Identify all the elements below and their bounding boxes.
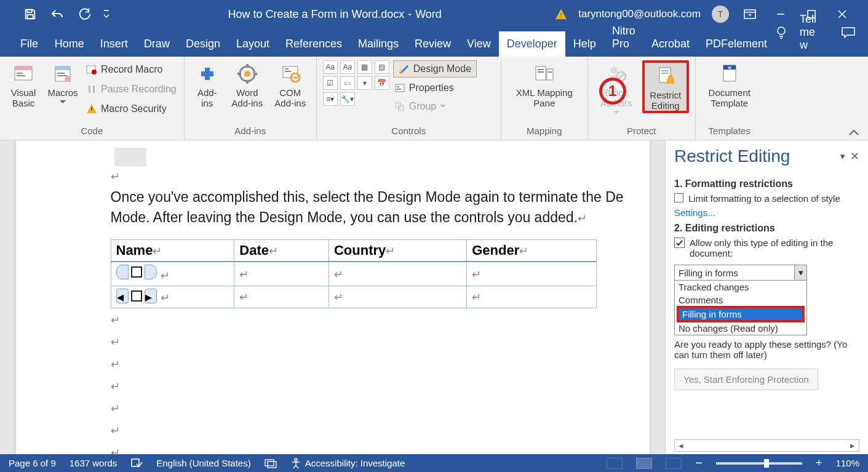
tab-acrobat[interactable]: Acrobat [643,31,698,57]
checkbox-content-control[interactable]: ◂▸ [116,289,157,303]
restrict-editing-button[interactable]: Restrict Editing [642,60,689,113]
document-filename: How to Create a Form in Word.docx [228,8,404,21]
qat-dropdown-icon[interactable] [98,6,114,22]
table-row: ◂▸ ↵ ↵↵↵ [111,286,596,308]
option-tracked-changes[interactable]: Tracked changes [675,281,806,294]
group-controls-button: Group [393,98,477,114]
option-comments[interactable]: Comments [675,294,806,306]
status-accessibility[interactable]: Accessibility: Investigate [290,458,405,469]
read-mode-icon[interactable] [607,458,623,469]
formatting-restrictions-heading: 1. Formatting restrictions [674,178,859,190]
tab-design[interactable]: Design [178,31,228,57]
pane-close-icon[interactable]: ✕ [850,150,859,163]
record-macro-button[interactable]: Record Macro [85,62,178,78]
option-filling-in-forms[interactable]: Filling in forms [679,308,803,321]
svg-rect-45 [536,66,546,80]
redo-icon[interactable] [76,6,92,22]
macros-button[interactable]: Macros [44,60,81,104]
svg-rect-16 [17,73,23,74]
web-layout-icon[interactable] [666,458,682,469]
svg-rect-26 [93,86,95,93]
comments-icon[interactable] [841,26,856,39]
group-mapping: XML Mapping Pane Mapping [501,57,588,140]
svg-rect-30 [246,64,249,68]
svg-point-22 [65,76,71,82]
svg-rect-1 [27,15,33,18]
svg-rect-46 [538,69,544,70]
design-mode-button[interactable]: Design Mode [393,60,477,78]
chevron-down-icon[interactable]: ▾ [794,265,806,280]
svg-rect-15 [15,66,32,70]
save-icon[interactable] [22,6,38,22]
body-paragraph: Once you've accomplished this, select th… [111,187,646,228]
tab-mailings[interactable]: Mailings [350,31,407,57]
addins-button[interactable]: Add- ins [191,60,224,108]
group-controls: AaAa▦▤ ☑▭▾📅 ≡▾🔧▾ Design Mode Properties … [317,57,501,140]
spellcheck-icon[interactable] [130,458,143,469]
visual-basic-button[interactable]: Visual Basic [6,60,41,108]
macro-security-button[interactable]: Macro Security [85,101,178,117]
tab-draw[interactable]: Draw [136,31,178,57]
limit-formatting-checkbox[interactable]: Limit formatting to a selection of style [674,193,859,204]
svg-rect-27 [91,107,92,110]
document-area[interactable]: ↵ Once you've accomplished this, select … [0,140,665,454]
svg-rect-3 [560,13,562,16]
account-avatar[interactable]: T [712,6,729,23]
content-controls-gallery[interactable]: AaAa▦▤ ☑▭▾📅 ≡▾🔧▾ [323,60,389,106]
svg-rect-32 [237,73,241,75]
tab-home[interactable]: Home [47,31,92,57]
print-layout-icon[interactable] [636,458,652,469]
svg-line-52 [618,73,624,79]
tab-view[interactable]: View [459,31,499,57]
tab-review[interactable]: Review [407,31,459,57]
window-title: How to Create a Form in Word.docx - Word [114,8,555,21]
ribbon-display-icon[interactable] [740,4,760,24]
tab-insert[interactable]: Insert [92,31,136,57]
document-template-button[interactable]: W Document Template [702,60,757,108]
zoom-in-icon[interactable]: + [816,457,822,470]
word-addins-button[interactable]: Word Add-ins [228,60,267,108]
status-language[interactable]: English (United States) [156,458,250,468]
display-settings-icon[interactable] [265,458,277,468]
option-no-changes[interactable]: No changes (Read only) [675,322,806,335]
allow-only-checkbox[interactable]: Allow only this type of editing in the d… [674,238,859,258]
tab-help[interactable]: Help [565,31,604,57]
pane-hscrollbar[interactable]: ◂▸ [674,439,859,452]
properties-button[interactable]: Properties [393,80,477,96]
tab-pdfelement[interactable]: PDFelement [698,31,775,57]
th-date: Date↵ [234,239,329,262]
svg-rect-56 [667,79,674,84]
zoom-level[interactable]: 110% [836,458,859,468]
zoom-slider[interactable] [716,462,802,465]
status-word-count[interactable]: 1637 words [70,458,117,468]
group-protect: 1 Block Authors Restrict Editing Protect [588,57,696,140]
svg-rect-47 [538,71,544,73]
collapse-ribbon-icon[interactable] [848,129,859,136]
group-label-addins: Add-ins [191,124,310,138]
svg-rect-25 [89,86,90,93]
paragraph-mark: ↵ [111,402,650,415]
svg-point-63 [295,458,297,461]
tab-developer[interactable]: Developer [499,31,565,57]
svg-rect-35 [285,68,289,70]
tell-me-input[interactable]: Tell me w [800,13,816,52]
tab-references[interactable]: References [277,31,350,57]
pane-menu-icon[interactable]: ▾ [835,151,850,162]
start-enforcing-button[interactable]: Yes, Start Enforcing Protection [674,369,818,390]
zoom-out-icon[interactable]: − [695,456,703,470]
svg-rect-40 [396,84,404,92]
svg-rect-17 [17,75,25,76]
tab-file[interactable]: File [12,31,46,57]
tab-layout[interactable]: Layout [228,31,277,57]
th-gender: Gender↵ [467,239,596,262]
svg-rect-42 [397,89,401,90]
undo-icon[interactable] [49,6,65,22]
status-page[interactable]: Page 6 of 9 [9,458,56,468]
lightbulb-icon[interactable] [775,25,787,40]
com-addins-button[interactable]: COM Add-ins [271,60,310,108]
formatting-settings-link[interactable]: Settings... [674,207,859,218]
tab-nitro-pro[interactable]: Nitro Pro [604,18,643,57]
checkbox-content-control[interactable] [116,265,157,279]
editing-type-dropdown[interactable]: Filling in forms ▾ [674,265,807,281]
xml-mapping-button[interactable]: XML Mapping Pane [508,60,581,108]
